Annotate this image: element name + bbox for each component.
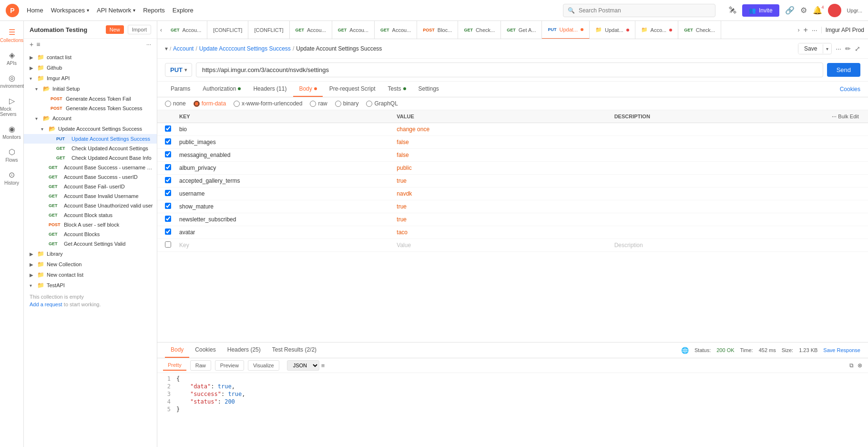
bell-icon[interactable]: 🔔4 bbox=[813, 6, 822, 15]
copy-icon[interactable]: ⧉ bbox=[849, 362, 854, 369]
req-tab-authorization[interactable]: Authorization bbox=[197, 82, 246, 97]
request-item-acc-base-unauth[interactable]: GET Account Base Unauthorized valid user bbox=[24, 201, 157, 210]
tab-conflict-1[interactable]: [CONFLICT] bbox=[207, 21, 248, 39]
req-tab-pre-request[interactable]: Pre-request Script bbox=[324, 82, 381, 97]
breadcrumb-folder[interactable]: Update Accccount Settings Success bbox=[199, 45, 291, 52]
collection-item-new-contact-list[interactable]: ▶ 📁 New contact list bbox=[24, 270, 157, 280]
breadcrumb-account[interactable]: Account bbox=[173, 45, 194, 52]
send-button[interactable]: Send bbox=[827, 63, 860, 77]
resp-btn-raw[interactable]: Raw bbox=[190, 360, 211, 371]
add-request-link[interactable]: Add a request bbox=[30, 301, 62, 307]
kv-row-checkbox[interactable] bbox=[165, 125, 171, 132]
req-tab-body[interactable]: Body bbox=[293, 82, 322, 97]
tabs-nav-prev[interactable]: ‹ bbox=[157, 27, 165, 33]
nav-explore[interactable]: Explore bbox=[173, 7, 194, 14]
tab-put-update[interactable]: PUT Updat... bbox=[542, 21, 590, 39]
edit-icon[interactable]: ✏ bbox=[845, 45, 851, 52]
method-selector[interactable]: PUT ▾ bbox=[165, 63, 192, 77]
kv-more-icon[interactable]: ··· bbox=[832, 113, 837, 120]
kv-row-checkbox[interactable] bbox=[165, 138, 171, 145]
tab-post-bloc[interactable]: POST Bloc... bbox=[417, 21, 458, 39]
kv-row-checkbox[interactable] bbox=[165, 151, 171, 157]
collection-item-imgur-api[interactable]: ▾ 📁 Imgur API bbox=[24, 73, 157, 83]
req-tab-headers[interactable]: Headers (11) bbox=[247, 82, 292, 97]
format-icon[interactable]: ≡ bbox=[321, 362, 325, 369]
request-item-acc-blocks[interactable]: GET Account Blocks bbox=[24, 229, 157, 239]
nav-api-network[interactable]: API Network▾ bbox=[97, 7, 135, 14]
request-item-acc-base-invalid[interactable]: GET Account Base Invalid Username bbox=[24, 191, 157, 201]
settings-icon[interactable]: ⚙ bbox=[800, 6, 807, 15]
request-item-gen-success[interactable]: POST Generate Access Token Success bbox=[24, 104, 157, 113]
body-option-graphql[interactable]: GraphQL bbox=[366, 100, 398, 107]
body-option-form-data[interactable]: form-data bbox=[194, 100, 226, 107]
add-collection-icon[interactable]: + bbox=[30, 41, 33, 48]
collection-item-contact-list[interactable]: ▶ 📁 contact list bbox=[24, 52, 157, 62]
bulk-edit-button[interactable]: Bulk Edit bbox=[838, 114, 858, 119]
sidebar-item-collections[interactable]: ☰ Collections bbox=[0, 25, 23, 46]
format-select[interactable]: JSON bbox=[287, 360, 319, 371]
tabs-nav-next[interactable]: › bbox=[798, 27, 800, 33]
folder-item-account[interactable]: ▾ 📂 Account bbox=[24, 113, 157, 124]
request-item-block-user[interactable]: POST Block A user - self block bbox=[24, 220, 157, 229]
tab-get-accou-4[interactable]: GET Accou... bbox=[375, 21, 417, 39]
body-option-urlencoded[interactable]: x-www-form-urlencoded bbox=[234, 100, 302, 107]
request-item-acc-base-username[interactable]: GET Account Base Success - username para… bbox=[24, 163, 157, 172]
tab-get-accou-3[interactable]: GET Accou... bbox=[332, 21, 375, 39]
expand-icon[interactable]: ⤢ bbox=[855, 45, 860, 52]
import-button[interactable]: Import bbox=[128, 25, 151, 34]
body-option-binary[interactable]: binary bbox=[335, 100, 359, 107]
tab-folder-acco[interactable]: 📁 Acco... bbox=[635, 21, 679, 39]
kv-row-checkbox[interactable] bbox=[165, 190, 171, 196]
resp-tab-test-results[interactable]: Test Results (2/2) bbox=[266, 343, 322, 358]
tabs-more-icon[interactable]: ··· bbox=[812, 26, 817, 34]
tab-get-check-2[interactable]: GET Check... bbox=[678, 21, 721, 39]
tab-get-get-a[interactable]: GET Get A... bbox=[501, 21, 542, 39]
sidebar-item-monitors[interactable]: ◉ Monitors bbox=[0, 122, 23, 143]
sidebar-item-flows[interactable]: ⬡ Flows bbox=[0, 145, 23, 166]
request-item-check-base[interactable]: GET Check Updated Account Base Info bbox=[24, 153, 157, 163]
request-item-acc-base-userid[interactable]: GET Account Base Success - userID bbox=[24, 172, 157, 182]
kv-row-checkbox[interactable] bbox=[165, 203, 171, 209]
sidebar-item-apis[interactable]: ◈ APIs bbox=[0, 48, 23, 69]
more-options-icon[interactable]: ··· bbox=[146, 41, 151, 48]
tab-get-accou-1[interactable]: GET Accou... bbox=[165, 21, 207, 39]
collection-item-library[interactable]: ▶ 📁 Library bbox=[24, 249, 157, 259]
request-item-gen-fail[interactable]: POST Generate Access Token Fail bbox=[24, 94, 157, 104]
invite-button[interactable]: 👥 Invite bbox=[742, 4, 779, 17]
req-tab-tests[interactable]: Tests bbox=[382, 82, 411, 97]
resp-btn-pretty[interactable]: Pretty bbox=[163, 360, 186, 371]
resp-tab-headers[interactable]: Headers (25) bbox=[222, 343, 266, 358]
satellite-icon[interactable]: 🛰 bbox=[729, 6, 736, 15]
folder-item-initial-setup[interactable]: ▾ 📂 Initial Setup bbox=[24, 83, 157, 94]
tab-get-check[interactable]: GET Check... bbox=[458, 21, 501, 39]
nav-home[interactable]: Home bbox=[27, 7, 43, 14]
resp-tab-body[interactable]: Body bbox=[165, 343, 189, 358]
collection-item-github[interactable]: ▶ 📁 Github bbox=[24, 62, 157, 73]
collection-item-testapi[interactable]: ▾ 📁 TestAPI bbox=[24, 280, 157, 291]
new-button[interactable]: New bbox=[106, 25, 124, 34]
cookies-link[interactable]: Cookies bbox=[840, 86, 860, 93]
request-item-acc-base-fail[interactable]: GET Account Base Fail- userID bbox=[24, 182, 157, 191]
filter-icon[interactable]: ≡ bbox=[36, 41, 40, 48]
avatar[interactable] bbox=[828, 4, 841, 17]
collection-item-new-collection[interactable]: ▶ 📁 New Collection bbox=[24, 259, 157, 270]
nav-workspaces[interactable]: Workspaces▾ bbox=[51, 7, 89, 14]
url-input[interactable] bbox=[196, 62, 823, 77]
save-button[interactable]: Save bbox=[798, 43, 823, 54]
kv-row-checkbox[interactable] bbox=[165, 216, 171, 222]
resp-btn-visualize[interactable]: Visualize bbox=[248, 360, 279, 371]
tab-get-accou-2[interactable]: GET Accou... bbox=[290, 21, 332, 39]
request-item-check-updated[interactable]: GET Check Updated Account Settings bbox=[24, 144, 157, 153]
folder-item-update-account[interactable]: ▾ 📂 Update Accccount Settings Success bbox=[24, 124, 157, 134]
kv-row-checkbox[interactable] bbox=[165, 241, 171, 248]
env-label[interactable]: Imgur API Prod bbox=[821, 27, 864, 33]
request-item-get-acc-settings[interactable]: GET Get Account Settings Valid bbox=[24, 239, 157, 249]
new-tab-icon[interactable]: + bbox=[804, 26, 808, 34]
req-tab-params[interactable]: Params bbox=[165, 82, 196, 97]
upgrade-label[interactable]: Upgr... bbox=[847, 8, 862, 13]
app-logo[interactable]: P bbox=[6, 4, 19, 17]
save-chevron-button[interactable]: ▾ bbox=[823, 44, 831, 53]
body-option-none[interactable]: none bbox=[165, 100, 186, 107]
sidebar-item-history[interactable]: ⊙ History bbox=[0, 167, 23, 188]
sidebar-item-environments[interactable]: ◎ Environments bbox=[0, 71, 23, 92]
